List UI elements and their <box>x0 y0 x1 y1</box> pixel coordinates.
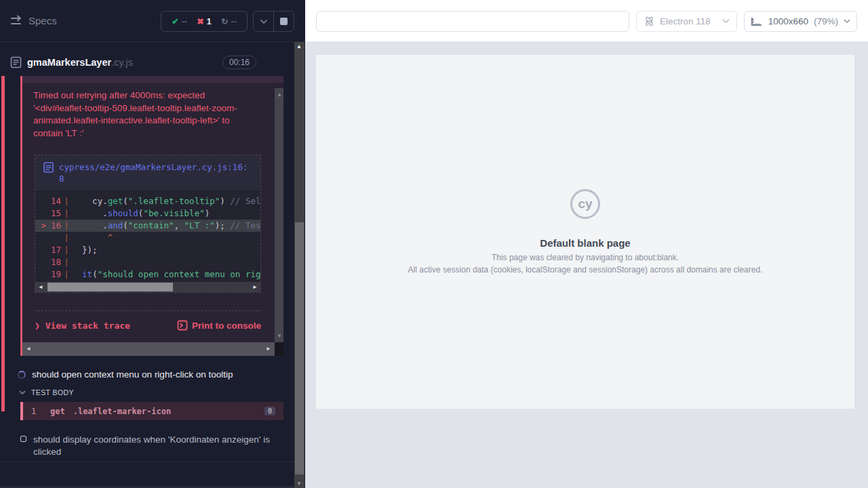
viewport-scale: (79%) <box>814 16 838 26</box>
code-frame-file-path: cypress/e2e/gmaMarkersLayer.cy.js:16:8 <box>59 161 252 184</box>
spec-name: gmaMarkersLayer.cy.js <box>27 57 133 68</box>
error-panel-vertical-scrollbar[interactable]: ▲ ▼ <box>275 88 283 342</box>
reporter-scroll-thumb[interactable] <box>295 222 304 474</box>
scroll-down-icon[interactable]: ▼ <box>277 331 282 341</box>
command-log-entry[interactable]: 1 get .leaflet-marker-icon 0 <box>20 402 283 420</box>
spec-header-row[interactable]: gmaMarkersLayer.cy.js 00:16 <box>0 50 294 75</box>
scroll-right-icon[interactable]: ► <box>266 342 271 356</box>
code-line: 18| <box>35 256 260 268</box>
stat-pending: ↻ -- <box>221 16 237 26</box>
view-stack-trace-button[interactable]: ❯ View stack trace <box>35 321 130 331</box>
code-line: 15| .should("be.visible") <box>35 207 260 220</box>
collapse-all-button[interactable] <box>254 12 273 31</box>
test-body-section-toggle[interactable]: TEST BODY <box>19 388 74 396</box>
blank-page-title: Default blank page <box>316 237 854 249</box>
test-stats: ✔ -- ✖ 1 ↻ -- <box>161 11 248 32</box>
command-count-badge: 0 <box>264 407 275 415</box>
code-frame: cypress/e2e/gmaMarkersLayer.cy.js:16:8 1… <box>35 155 261 293</box>
viewport-size-select[interactable]: 1000x660 (79%) <box>744 11 857 32</box>
code-frame-body: 14| cy.get(".leaflet-tooltip") // Sele15… <box>35 190 260 282</box>
code-frame-hscroll-thumb[interactable] <box>47 283 173 291</box>
spec-file-icon <box>10 56 22 68</box>
pending-test-row[interactable]: should display coordinates when 'Koordin… <box>20 434 271 458</box>
running-test-row[interactable]: should open context menu on right-click … <box>18 369 289 380</box>
code-line: 17| }); <box>35 244 260 256</box>
reporter-sidebar: Specs ✔ -- ✖ 1 ↻ -- <box>0 0 305 488</box>
x-icon: ✖ <box>197 16 203 26</box>
stop-run-button[interactable] <box>273 12 294 31</box>
specs-list-toggle-icon[interactable] <box>9 14 24 28</box>
spec-duration-badge: 00:16 <box>222 56 256 69</box>
scroll-down-icon[interactable]: ▼ <box>296 481 302 487</box>
test-pending-icon <box>20 436 26 442</box>
code-frame-horizontal-scrollbar[interactable]: ◄ ► <box>35 282 260 292</box>
code-line: 19| it("should open context menu on righ <box>35 268 260 281</box>
code-frame-file-link[interactable]: cypress/e2e/gmaMarkersLayer.cy.js:16:8 <box>35 155 260 190</box>
command-target: .leaflet-marker-icon <box>73 407 172 416</box>
test-body-label: TEST BODY <box>31 388 74 396</box>
scroll-up-icon[interactable]: ▲ <box>277 89 282 100</box>
error-panel: Timed out retrying after 4000ms: expecte… <box>20 76 283 356</box>
blank-page-line2: All active session data (cookies, localS… <box>316 265 854 274</box>
failed-attempt-border <box>1 76 5 411</box>
specs-label: Specs <box>28 15 57 26</box>
check-icon: ✔ <box>172 16 178 26</box>
chevron-right-icon: ❯ <box>35 321 45 331</box>
code-line: | ^ <box>35 232 260 244</box>
error-panel-top-edge <box>22 76 283 83</box>
reporter-header: Specs ✔ -- ✖ 1 ↻ -- <box>0 0 305 42</box>
blank-page-message: cy Default blank page This page was clea… <box>316 189 854 274</box>
code-file-icon <box>43 162 54 173</box>
scroll-left-icon[interactable]: ◄ <box>26 342 31 356</box>
code-line: >16| .and("contain", "LT :"); // Test <box>35 220 260 232</box>
error-panel-horizontal-scrollbar[interactable]: ◄ ► <box>22 342 275 356</box>
reporter-scrollbar[interactable]: ▲ ▼ <box>294 42 304 488</box>
test-running-spinner-icon <box>18 371 26 379</box>
stop-icon <box>280 18 288 25</box>
error-actions-row: ❯ View stack trace Print to console <box>35 320 261 331</box>
chevron-down-icon <box>844 19 850 24</box>
error-message: Timed out retrying after 4000ms: expecte… <box>33 89 254 140</box>
print-to-console-button[interactable]: Print to console <box>177 320 261 331</box>
electron-icon <box>644 16 655 27</box>
viewport-dimensions: 1000x660 <box>768 16 808 26</box>
scroll-right-icon[interactable]: ► <box>252 282 258 292</box>
blank-page-line1: This page was cleared by navigating to a… <box>316 253 854 262</box>
error-actions-separator <box>35 310 261 311</box>
chevron-down-icon <box>19 390 26 395</box>
command-number: 1 <box>31 407 45 416</box>
browser-select[interactable]: Electron 118 <box>636 11 737 32</box>
viewport-background: cy Default blank page This page was clea… <box>305 42 868 488</box>
refresh-icon: ↻ <box>221 16 228 26</box>
cypress-logo-icon: cy <box>570 189 600 219</box>
chevron-down-icon <box>722 19 730 24</box>
scroll-left-icon[interactable]: ◄ <box>38 282 43 292</box>
command-method: get <box>50 407 65 416</box>
test-list-divider <box>0 462 294 462</box>
code-line: 14| cy.get(".leaflet-tooltip") // Sele <box>35 195 260 207</box>
pending-test-title: should display coordinates when 'Koordin… <box>33 434 271 458</box>
run-controls <box>253 11 294 32</box>
application-frame: cy Default blank page This page was clea… <box>316 55 854 409</box>
chevron-down-icon <box>260 19 268 24</box>
stat-failed: ✖ 1 <box>197 16 211 26</box>
console-icon <box>177 320 188 331</box>
scrollbar-corner <box>275 342 283 356</box>
browser-name: Electron 118 <box>660 16 717 26</box>
scroll-up-icon[interactable]: ▲ <box>296 43 302 49</box>
stat-passed: ✔ -- <box>172 16 187 26</box>
spec-extension: .cy.js <box>111 57 133 68</box>
url-input[interactable] <box>316 11 629 32</box>
browser-url-toolbar: Electron 118 1000x660 (79%) <box>305 0 868 42</box>
ruler-icon <box>751 16 763 27</box>
running-test-title: should open context menu on right-click … <box>32 369 233 380</box>
